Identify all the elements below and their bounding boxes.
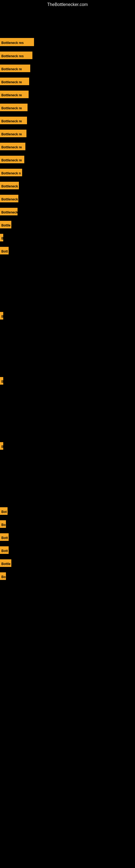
- bottleneck-label-7: Bottleneck re: [0, 117, 27, 124]
- bottleneck-label-14: Bottleneck: [0, 208, 17, 215]
- bottleneck-label-13: Bottleneck: [0, 195, 18, 203]
- bottleneck-label-12: Bottleneck: [0, 182, 19, 189]
- bottleneck-label-23: Bott: [0, 533, 9, 541]
- site-title: TheBottlenecker.com: [0, 0, 135, 9]
- bottleneck-label-8: Bottleneck re: [0, 130, 27, 137]
- bottleneck-label-6: Bottleneck re: [0, 104, 28, 111]
- bottleneck-label-5: Bottleneck re: [0, 91, 29, 98]
- bottleneck-label-17: Bott: [0, 247, 9, 254]
- bottleneck-label-16: B: [0, 234, 3, 241]
- bottleneck-label-2: Bottleneck res: [0, 52, 32, 59]
- bottleneck-label-22: Bo: [0, 520, 6, 528]
- bottleneck-label-19: B: [0, 377, 3, 384]
- bottleneck-label-24: Bott: [0, 546, 9, 554]
- bottleneck-label-21: Bot: [0, 507, 8, 515]
- bottleneck-label-11: Bottleneck n: [0, 169, 22, 176]
- bottleneck-label-4: Bottleneck re: [0, 78, 29, 85]
- bottleneck-label-15: Bottle: [0, 221, 11, 228]
- bottleneck-label-20: B: [0, 442, 3, 450]
- bottleneck-label-9: Bottleneck re: [0, 143, 26, 150]
- bottleneck-label-3: Bottleneck re: [0, 65, 30, 72]
- bottleneck-label-1: Bottleneck res: [0, 38, 34, 46]
- bottleneck-label-25: Bottle: [0, 559, 11, 567]
- bottleneck-label-26: Bo: [0, 572, 6, 580]
- bottleneck-label-10: Bottleneck re: [0, 156, 24, 163]
- bottleneck-label-18: B: [0, 312, 3, 319]
